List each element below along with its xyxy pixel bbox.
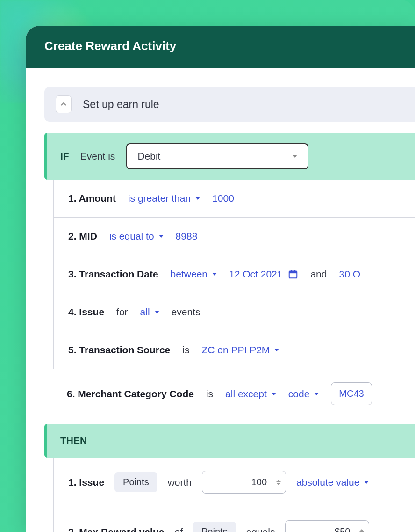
stepper-icon	[359, 529, 364, 532]
mid-operator-dropdown[interactable]: is equal to	[109, 231, 164, 242]
points-worth-input[interactable]: 100	[202, 471, 286, 494]
stepper-icon	[276, 480, 281, 485]
then-rules-list: 1. Issue Points worth 100 absolute value…	[53, 458, 415, 532]
event-is-label: Event is	[80, 151, 115, 162]
rule-mcc: 6. Merchant Category Code is all except …	[53, 369, 415, 418]
then-rule-max-reward: 2. Max Reward value of Points equals $50	[54, 507, 415, 532]
transaction-source-dropdown[interactable]: ZC on PPI P2M	[201, 344, 279, 356]
mcc-code-dropdown[interactable]: code	[288, 388, 319, 400]
date-operator-dropdown[interactable]: between	[171, 269, 217, 280]
chevron-down-icon	[364, 481, 369, 484]
points-pill[interactable]: Points	[114, 472, 157, 492]
points-pill[interactable]: Points	[193, 522, 236, 532]
svg-rect-1	[289, 271, 297, 274]
collapse-button[interactable]	[56, 95, 72, 113]
date-and-label: and	[310, 269, 327, 280]
then-label: THEN	[60, 435, 87, 446]
date-to[interactable]: 30 O	[339, 269, 360, 280]
setup-earn-rule-bar: Set up earn rule	[44, 87, 415, 122]
chevron-down-icon	[274, 349, 279, 351]
max-reward-input[interactable]: $50	[285, 520, 369, 532]
rule-mid: 2. MID is equal to 8988	[54, 218, 415, 255]
rule-amount: 1. Amount is greater than 1000	[54, 180, 415, 218]
chevron-up-icon	[61, 102, 66, 106]
mid-value[interactable]: 8988	[176, 231, 198, 242]
then-rule-issue: 1. Issue Points worth 100 absolute value	[54, 458, 415, 507]
mcc-code-input[interactable]: MC43	[331, 382, 372, 405]
event-select-value: Debit	[137, 151, 160, 162]
value-mode-dropdown[interactable]: absolute value	[296, 477, 369, 488]
chevron-down-icon	[314, 393, 319, 395]
if-condition-block: IF Event is Debit	[44, 133, 415, 180]
event-select[interactable]: Debit	[126, 143, 308, 169]
then-block: THEN	[44, 424, 415, 458]
chevron-down-icon	[159, 235, 164, 238]
chevron-down-icon	[155, 311, 159, 313]
mcc-operator-dropdown[interactable]: all except	[225, 388, 276, 400]
chevron-down-icon	[212, 273, 217, 276]
setup-label: Set up earn rule	[83, 98, 159, 111]
chevron-down-icon	[195, 197, 200, 200]
if-rules-list: 1. Amount is greater than 1000 2. MID is…	[53, 180, 415, 369]
page-title: Create Reward Activity	[44, 39, 396, 53]
amount-operator-dropdown[interactable]: is greater than	[128, 193, 200, 204]
amount-value[interactable]: 1000	[212, 193, 234, 204]
rule-transaction-date: 3. Transaction Date between 12 Oct 2021 …	[54, 255, 415, 293]
if-label: IF	[60, 151, 69, 162]
issue-scope-dropdown[interactable]: all	[140, 306, 159, 318]
page-header: Create Reward Activity	[26, 26, 415, 68]
chevron-down-icon	[293, 155, 297, 158]
rule-transaction-source: 5. Transaction Source is ZC on PPI P2M	[54, 331, 415, 369]
date-from[interactable]: 12 Oct 2021	[229, 269, 298, 280]
calendar-icon	[288, 269, 298, 279]
chevron-down-icon	[272, 393, 276, 395]
rule-issue: 4. Issue for all events	[54, 293, 415, 331]
